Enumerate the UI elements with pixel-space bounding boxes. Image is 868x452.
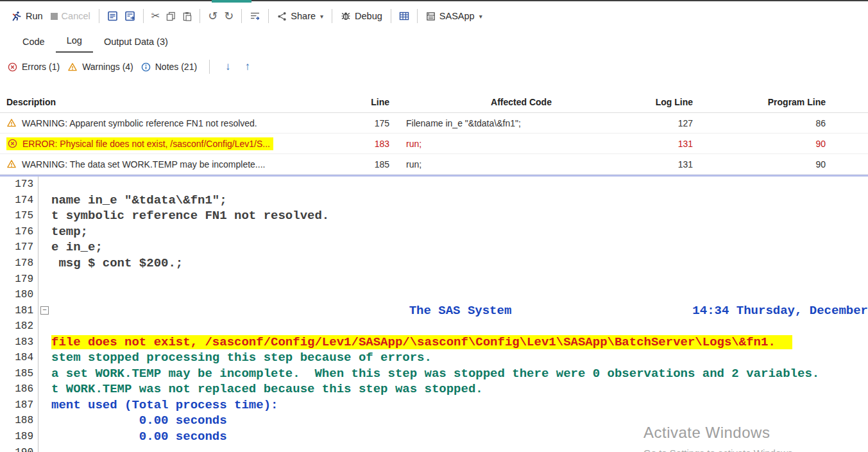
log-line: 187 ment used (Total process time): — [0, 397, 868, 413]
chevron-down-icon: ▾ — [320, 13, 323, 20]
window-top-edge — [0, 0, 868, 3]
table-view-button[interactable] — [396, 8, 413, 24]
redo-icon: ↻ — [224, 10, 234, 22]
issue-description: ERROR: Physical file does not exist, /sa… — [22, 139, 270, 149]
header-affected-code: Affected Code — [395, 97, 648, 107]
spacer — [53, 304, 409, 318]
line-number: 185 — [0, 366, 38, 382]
log-line: 182 — [0, 318, 868, 335]
copy-icon — [166, 12, 176, 21]
issue-line: 175 — [369, 118, 395, 128]
issue-program-line: 86 — [698, 118, 830, 128]
filter-separator — [209, 60, 210, 74]
bug-icon — [341, 11, 351, 21]
toolbar-separator — [417, 9, 418, 23]
issue-log-line: 131 — [648, 139, 698, 149]
line-number: 178 — [0, 256, 38, 272]
watermark-subtitle: Go to Settings to activate Windows — [643, 448, 793, 452]
toolbar-separator — [391, 9, 391, 23]
log-page-timestamp: 14:34 Thursday, December — [511, 304, 868, 318]
errors-filter[interactable]: Errors (1) — [8, 62, 60, 72]
notes-filter[interactable]: Notes (21) — [141, 62, 197, 72]
log-text: 0.00 seconds — [51, 430, 227, 444]
line-number: 174 — [0, 193, 38, 209]
log-page-title: The SAS System — [409, 304, 512, 318]
log-text: name in_e "&tdata\&fn1"; — [51, 193, 227, 207]
scissors-icon: ✂ — [151, 11, 160, 21]
copy-button[interactable] — [163, 9, 179, 24]
log-pane[interactable]: 173 174 name in_e "&tdata\&fn1"; 175 t s… — [0, 177, 868, 452]
line-number: 184 — [0, 350, 38, 366]
log-text: temp; — [51, 225, 88, 239]
browser-tab-accent — [212, 0, 251, 3]
debug-button[interactable]: Debug — [337, 8, 386, 24]
table-row-error-selected[interactable]: ERROR: Physical file does not exist, /sa… — [0, 134, 868, 154]
toolbar-separator — [332, 9, 332, 23]
log-text: e in_e; — [51, 240, 103, 254]
tab-output-data[interactable]: Output Data (3) — [93, 31, 179, 53]
cancel-button[interactable]: Cancel — [47, 8, 94, 24]
issue-description: WARNING: The data set WORK.TEMP may be i… — [22, 159, 265, 170]
share-icon — [277, 12, 287, 21]
log-summary-button[interactable] — [104, 8, 121, 24]
cut-button[interactable]: ✂ — [148, 8, 163, 24]
log-line: 174 name in_e "&tdata\&fn1"; — [0, 193, 868, 209]
log-text: ment used (Total process time): — [51, 398, 278, 412]
chevron-down-icon: ▾ — [479, 13, 482, 20]
header-description: Description — [0, 97, 369, 107]
log-text: stem stopped processing this step becaus… — [51, 351, 432, 365]
log-line: 179 — [0, 271, 868, 287]
errors-filter-label: Errors (1) — [22, 62, 60, 72]
undo-icon: ↺ — [208, 10, 217, 22]
log-text: 0.00 seconds — [51, 413, 227, 428]
next-issue-arrow-icon[interactable]: ↓ — [222, 60, 234, 73]
issues-table: Description Line Affected Code Log Line … — [0, 91, 868, 175]
toolbar-separator — [200, 9, 200, 23]
table-row-warning-1[interactable]: WARNING: Apparent symbolic reference FN1… — [0, 113, 868, 134]
line-number: 176 — [0, 224, 38, 240]
line-number: 177 — [0, 239, 38, 256]
tab-log[interactable]: Log — [56, 30, 93, 53]
issue-program-line: 90 — [698, 139, 830, 149]
issue-affected-code: run; — [395, 139, 648, 149]
warning-icon — [67, 62, 78, 72]
server-select-button[interactable]: SASApp ▾ — [422, 8, 486, 24]
watermark-title: Activate Windows — [643, 424, 793, 442]
notes-filter-label: Notes (21) — [155, 62, 197, 72]
export-log-button[interactable] — [121, 8, 139, 24]
issue-affected-code: Filename in_e "&tdata\&fn1"; — [395, 118, 648, 128]
share-button[interactable]: Share ▾ — [273, 8, 327, 24]
toolbar-separator — [268, 9, 269, 23]
run-label: Run — [26, 11, 43, 21]
line-number: 187 — [0, 397, 38, 413]
paste-button[interactable] — [179, 9, 195, 24]
error-icon — [8, 139, 17, 148]
line-number: 173 — [0, 177, 38, 193]
log-text: msg $ cont $200.; — [51, 256, 183, 270]
warning-icon — [6, 159, 17, 169]
collapse-toggle-icon[interactable]: − — [40, 306, 49, 315]
log-export-icon — [124, 11, 135, 21]
undo-button[interactable]: ↺ — [205, 8, 221, 24]
log-filter-bar: Errors (1) Warnings (4) Notes (21) ↓ ↑ — [0, 53, 868, 80]
paste-clipboard-icon — [182, 12, 192, 21]
line-number: 179 — [0, 271, 38, 287]
line-number: 188 — [0, 413, 38, 429]
editor-tab-bar: Code Log Output Data (3) — [0, 30, 868, 53]
info-icon — [141, 62, 151, 72]
share-label: Share — [291, 11, 316, 21]
goto-line-button[interactable] — [246, 8, 264, 24]
log-line-page-header: 181 − The SAS System 14:34 Thursday, Dec… — [0, 302, 868, 318]
debug-label: Debug — [355, 11, 382, 21]
line-wrap-icon — [250, 11, 260, 21]
line-number: 182 — [0, 318, 38, 335]
tab-code[interactable]: Code — [12, 31, 56, 53]
run-button[interactable]: Run — [8, 8, 47, 24]
redo-button[interactable]: ↻ — [221, 8, 237, 24]
warnings-filter[interactable]: Warnings (4) — [67, 62, 133, 72]
toolbar-separator — [241, 9, 242, 23]
grid-table-icon — [399, 11, 409, 21]
run-icon — [12, 11, 22, 21]
table-row-warning-2[interactable]: WARNING: The data set WORK.TEMP may be i… — [0, 154, 868, 175]
previous-issue-arrow-icon[interactable]: ↑ — [242, 60, 254, 73]
